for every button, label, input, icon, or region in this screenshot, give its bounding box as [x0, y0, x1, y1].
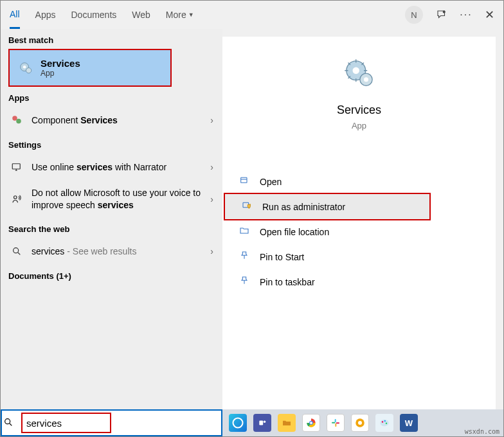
svg-rect-23 — [332, 422, 335, 424]
svg-point-2 — [23, 65, 26, 68]
section-search-web: Search the web — [1, 218, 222, 238]
action-label: Run as administrator — [262, 202, 345, 212]
monitor-icon — [10, 160, 24, 174]
svg-point-27 — [358, 421, 362, 425]
web-result-label: services - See web results — [32, 246, 203, 256]
action-open-file-location[interactable]: Open file location — [222, 219, 496, 244]
chevron-right-icon: › — [210, 246, 213, 256]
chevron-right-icon: › — [210, 162, 213, 172]
svg-point-5 — [16, 119, 21, 124]
taskbar-paint-icon[interactable] — [375, 414, 393, 432]
svg-point-21 — [310, 422, 312, 424]
setting-speech-services[interactable]: Do not allow Microsoft to use your voice… — [1, 181, 222, 218]
details-title: Services — [222, 103, 496, 117]
svg-rect-25 — [336, 422, 339, 424]
svg-point-31 — [386, 423, 387, 424]
gear-icon — [19, 61, 33, 75]
svg-rect-17 — [259, 421, 263, 425]
svg-point-30 — [384, 420, 386, 422]
best-match-title: Services — [40, 58, 80, 69]
search-window: All Apps Documents Web More ▼ N ··· ✕ Be… — [0, 0, 504, 437]
results-panel: Best match Services App Apps Component S… — [1, 29, 222, 409]
section-best-match: Best match — [1, 29, 222, 49]
search-icon — [3, 417, 14, 429]
chevron-right-icon: › — [210, 115, 213, 125]
details-subtitle: App — [222, 121, 496, 130]
svg-point-7 — [14, 196, 17, 199]
svg-rect-13 — [241, 177, 247, 183]
folder-icon — [239, 226, 251, 238]
action-open[interactable]: Open — [222, 169, 496, 194]
setting-label: Do not allow Microsoft to use your voice… — [32, 187, 203, 211]
best-match-text: Services App — [40, 58, 80, 78]
tab-documents[interactable]: Documents — [71, 1, 116, 29]
chevron-down-icon: ▼ — [188, 12, 194, 18]
action-label: Pin to taskbar — [260, 277, 315, 287]
best-match-result[interactable]: Services App — [8, 49, 172, 87]
person-voice-icon — [10, 192, 24, 206]
taskbar-chrome-icon[interactable] — [302, 414, 320, 432]
svg-point-16 — [233, 418, 243, 428]
watermark: wsxdn.com — [465, 428, 500, 435]
setting-label: Use online services with Narrator — [32, 162, 203, 172]
details-actions: Open Run as administrator Open file loca… — [222, 169, 496, 294]
feedback-icon[interactable] — [436, 9, 447, 21]
setting-narrator-services[interactable]: Use online services with Narrator › — [1, 154, 222, 181]
web-result-services[interactable]: services - See web results › — [1, 238, 222, 265]
action-label: Open — [260, 177, 282, 187]
gear-icon — [341, 56, 377, 92]
tab-web[interactable]: Web — [132, 1, 150, 29]
main-content: Best match Services App Apps Component S… — [1, 29, 503, 409]
scope-tabs: All Apps Documents Web More ▼ — [10, 1, 194, 29]
taskbar-word-icon[interactable]: W — [400, 414, 418, 432]
svg-point-8 — [14, 247, 19, 253]
svg-rect-22 — [335, 419, 336, 422]
top-bar: All Apps Documents Web More ▼ N ··· ✕ — [1, 1, 503, 29]
action-pin-to-start[interactable]: Pin to Start — [222, 244, 496, 269]
svg-point-10 — [352, 67, 359, 75]
tab-more-label: More — [166, 10, 186, 20]
close-button[interactable]: ✕ — [485, 8, 494, 22]
details-panel: Services App Open Run as administrator — [222, 37, 496, 409]
app-result-label: Component Services — [32, 115, 203, 125]
section-settings: Settings — [1, 134, 222, 154]
taskbar-explorer-icon[interactable] — [278, 414, 296, 432]
more-options-icon[interactable]: ··· — [460, 9, 472, 21]
action-label: Open file location — [260, 227, 329, 237]
tab-apps[interactable]: Apps — [35, 1, 56, 29]
tab-all[interactable]: All — [10, 1, 20, 29]
taskbar: W — [222, 409, 503, 436]
pin-icon — [239, 251, 251, 263]
component-services-icon — [10, 113, 24, 127]
app-result-component-services[interactable]: Component Services › — [1, 107, 222, 134]
best-match-subtitle: App — [40, 69, 80, 78]
action-pin-to-taskbar[interactable]: Pin to taskbar — [222, 269, 496, 294]
svg-rect-6 — [12, 164, 20, 169]
user-avatar[interactable]: N — [405, 6, 423, 24]
action-run-as-admin[interactable]: Run as administrator — [225, 194, 429, 219]
section-documents: Documents (1+) — [1, 265, 222, 285]
search-input[interactable] — [26, 418, 106, 429]
taskbar-slack-icon[interactable] — [327, 414, 345, 432]
search-icon — [10, 244, 24, 258]
svg-rect-24 — [335, 424, 336, 427]
taskbar-edge-icon[interactable] — [229, 414, 247, 432]
svg-point-18 — [264, 421, 266, 424]
taskbar-chrome-canary-icon[interactable] — [351, 414, 369, 432]
tab-more[interactable]: More ▼ — [166, 1, 194, 29]
svg-point-29 — [382, 421, 383, 422]
search-input-wrapper — [21, 413, 111, 433]
details-hero: Services App — [222, 37, 496, 143]
open-icon — [239, 175, 251, 188]
svg-point-4 — [12, 116, 17, 121]
admin-shield-icon — [242, 201, 253, 213]
search-bar[interactable] — [1, 409, 222, 436]
action-label: Pin to Start — [260, 252, 304, 262]
chevron-right-icon: › — [210, 194, 213, 204]
taskbar-teams-icon[interactable] — [253, 414, 271, 432]
svg-point-15 — [5, 418, 10, 424]
top-right-controls: N ··· ✕ — [405, 6, 494, 24]
svg-point-3 — [26, 67, 31, 73]
svg-point-12 — [364, 77, 368, 82]
section-apps: Apps — [1, 87, 222, 107]
